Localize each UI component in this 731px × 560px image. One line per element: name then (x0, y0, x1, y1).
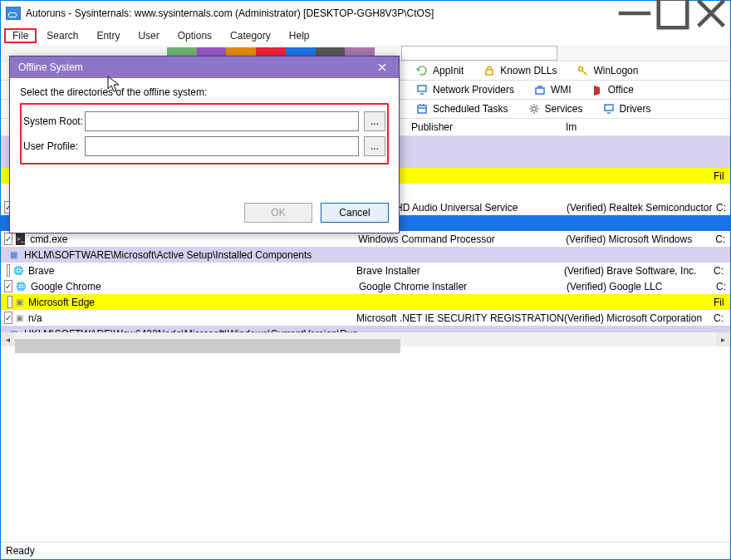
entry-description: Google Chrome Installer (359, 281, 567, 292)
app-icon (6, 7, 21, 20)
key-icon (576, 65, 588, 76)
globe-icon: 🌐 (13, 265, 23, 277)
menu-options[interactable]: Options (169, 28, 220, 43)
cancel-button[interactable]: Cancel (321, 203, 389, 223)
tab-drivers[interactable]: Drivers (593, 100, 661, 118)
briefcase-icon (534, 84, 546, 96)
entry-image: C: (714, 265, 730, 277)
entry-image: C: (716, 202, 730, 214)
entry-publisher: (Verified) Microsoft Corporation (564, 312, 714, 324)
entry-description: Brave Installer (356, 265, 564, 277)
tab-wmi[interactable]: WMI (524, 81, 581, 99)
entry-row[interactable]: ▣n/aMicrosoft .NET IE SECURITY REGISTRAT… (1, 310, 730, 326)
entry-image: C: (714, 312, 730, 324)
lock-icon (483, 65, 495, 76)
tab-label: Scheduled Tasks (433, 103, 508, 115)
svg-point-5 (532, 107, 536, 111)
office-icon (591, 84, 603, 96)
entry-row[interactable]: 🌐Google ChromeGoogle Chrome Installer(Ve… (1, 278, 730, 294)
maximize-button[interactable] (654, 1, 692, 26)
menu-search[interactable]: Search (38, 28, 86, 43)
svg-rect-3 (536, 88, 544, 94)
tab-label: Known DLLs (500, 65, 557, 76)
monitor-icon (416, 84, 428, 96)
tab-network-providers[interactable]: Network Providers (406, 81, 524, 99)
search-input[interactable] (401, 46, 557, 61)
entry-image: Fil (714, 170, 730, 182)
offline-system-dialog: Offline System Select the directories of… (9, 56, 400, 233)
entry-publisher: (Verified) Microsoft Windows (566, 233, 715, 245)
empty-area (1, 346, 730, 543)
entry-description: Windows Command Processor (358, 233, 566, 245)
dialog-titlebar[interactable]: Offline System (10, 56, 399, 78)
entry-row[interactable]: 🌐BraveBrave Installer(Verified) Brave So… (1, 263, 730, 278)
svg-rect-6 (605, 105, 613, 111)
entry-checkbox[interactable] (7, 296, 12, 308)
svg-rect-4 (418, 106, 426, 113)
entry-name: Google Chrome (29, 281, 359, 292)
minimize-button[interactable] (616, 1, 654, 26)
tab-label: AppInit (433, 65, 464, 76)
system-root-label: System Root: (23, 115, 85, 127)
tab-winlogon[interactable]: WinLogon (567, 61, 648, 80)
registry-key-row[interactable]: ▦HKLM\SOFTWARE\Microsoft\Active Setup\In… (1, 247, 730, 263)
tab-appinit[interactable]: AppInit (406, 61, 473, 80)
dialog-close-button[interactable] (366, 56, 399, 78)
user-profile-browse-button[interactable]: ... (364, 136, 385, 156)
entry-publisher: (Verified) Google LLC (567, 281, 716, 292)
system-root-input[interactable] (85, 111, 359, 131)
tab-label: Office (608, 84, 634, 96)
monitor-icon (603, 103, 615, 115)
doc-icon: ▣ (16, 297, 23, 308)
menu-category[interactable]: Category (222, 28, 279, 43)
menu-entry[interactable]: Entry (88, 28, 128, 43)
tab-known-dlls[interactable]: Known DLLs (473, 61, 567, 80)
entry-checkbox[interactable] (4, 233, 12, 245)
tab-label: Drivers (620, 103, 651, 115)
system-root-browse-button[interactable]: ... (364, 111, 385, 131)
entry-image: C: (716, 281, 730, 292)
menu-user[interactable]: User (130, 28, 167, 43)
entry-name: cmd.exe (28, 233, 358, 245)
entry-row[interactable]: ▣Microsoft EdgeFil (1, 294, 730, 310)
svg-rect-2 (418, 86, 426, 91)
user-profile-label: User Profile: (23, 140, 85, 152)
svg-rect-0 (486, 70, 493, 75)
header-image[interactable]: Im (561, 121, 576, 133)
scroll-right-button[interactable]: ▸ (716, 332, 730, 346)
scroll-left-button[interactable]: ◂ (1, 332, 15, 346)
registry-key-row[interactable]: ▦HKLM\SOFTWARE\Wow6432Node\Microsoft\Win… (1, 326, 730, 332)
tab-label: Services (545, 103, 583, 115)
entry-checkbox[interactable] (7, 264, 10, 277)
close-button[interactable] (692, 1, 730, 26)
entry-name: n/a (27, 312, 356, 324)
tab-office[interactable]: Office (581, 81, 644, 99)
user-profile-input[interactable] (85, 136, 359, 156)
entry-publisher: (Verified) Brave Software, Inc. (564, 265, 714, 277)
entry-name: Brave (27, 265, 356, 277)
menu-help[interactable]: Help (281, 28, 318, 43)
tab-scheduled-tasks[interactable]: Scheduled Tasks (406, 100, 518, 118)
horizontal-scrollbar[interactable]: ◂ ▸ (1, 332, 730, 346)
menu-file[interactable]: File (4, 28, 37, 43)
tab-services[interactable]: Services (518, 100, 593, 118)
entry-description: Microsoft .NET IE SECURITY REGISTRATION (356, 312, 564, 324)
tab-label: Network Providers (433, 84, 514, 96)
doc-icon: ▣ (16, 312, 23, 324)
globe-icon: 🌐 (16, 281, 26, 292)
menubar: File Search Entry User Options Category … (1, 26, 730, 46)
entry-checkbox[interactable] (4, 312, 12, 324)
entry-checkbox[interactable] (4, 280, 12, 292)
registry-path: HKLM\SOFTWARE\Microsoft\Active Setup\Ins… (22, 249, 730, 261)
scroll-thumb[interactable] (15, 339, 400, 353)
tab-label: WMI (551, 84, 572, 96)
header-publisher[interactable]: Publisher (406, 121, 561, 133)
window-title: Autoruns - Sysinternals: www.sysinternal… (26, 7, 616, 19)
ok-button[interactable]: OK (244, 203, 312, 223)
exe-icon: >_ (16, 233, 25, 245)
gear-icon (528, 103, 540, 115)
calendar-icon (416, 103, 428, 115)
dialog-instruction: Select the directories of the offline sy… (20, 86, 389, 98)
entry-image: C: (715, 233, 730, 245)
titlebar[interactable]: Autoruns - Sysinternals: www.sysinternal… (1, 1, 730, 26)
